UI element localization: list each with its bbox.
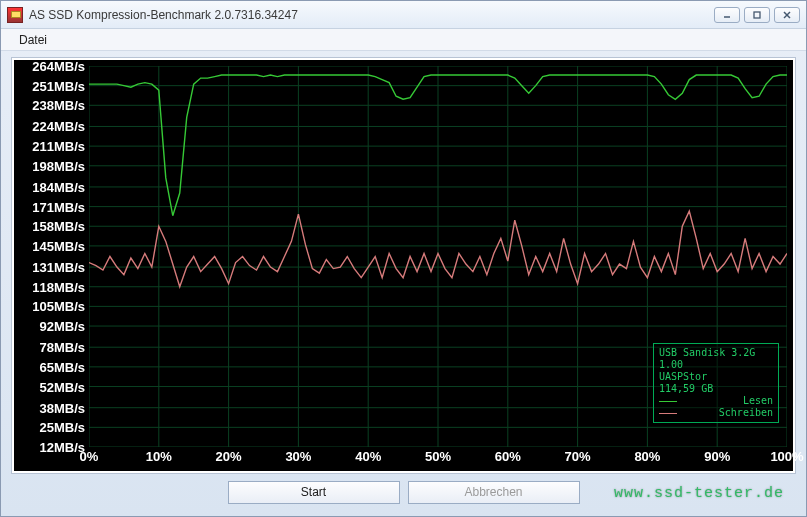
x-tick-label: 10% [146, 449, 172, 464]
x-tick-label: 50% [425, 449, 451, 464]
window-controls [714, 7, 800, 23]
y-tick-label: 251MB/s [32, 78, 85, 93]
legend-write: Schreiben [659, 407, 773, 419]
device-line-2: 1.00 [659, 359, 773, 371]
y-tick-label: 118MB/s [32, 279, 85, 294]
x-tick-label: 0% [80, 449, 99, 464]
y-axis-labels: 264MB/s251MB/s238MB/s224MB/s211MB/s198MB… [14, 66, 89, 447]
y-tick-label: 171MB/s [32, 199, 85, 214]
y-tick-label: 145MB/s [32, 238, 85, 253]
window-title: AS SSD Kompression-Benchmark 2.0.7316.34… [29, 8, 714, 22]
y-tick-label: 25MB/s [39, 420, 85, 435]
titlebar: AS SSD Kompression-Benchmark 2.0.7316.34… [1, 1, 806, 29]
device-line-3: UASPStor [659, 371, 773, 383]
close-button[interactable] [774, 7, 800, 23]
device-info-box: USB Sandisk 3.2G 1.00 UASPStor 114,59 GB… [653, 343, 779, 423]
y-tick-label: 105MB/s [32, 299, 85, 314]
x-tick-label: 80% [634, 449, 660, 464]
legend-write-swatch [659, 413, 677, 414]
y-tick-label: 158MB/s [32, 219, 85, 234]
chart-frame: 264MB/s251MB/s238MB/s224MB/s211MB/s198MB… [11, 57, 796, 474]
x-axis-labels: 0%10%20%30%40%50%60%70%80%90%100% [89, 449, 787, 469]
menu-file[interactable]: Datei [11, 31, 55, 49]
start-button[interactable]: Start [228, 481, 400, 504]
x-tick-label: 90% [704, 449, 730, 464]
y-tick-label: 224MB/s [32, 119, 85, 134]
chart: 264MB/s251MB/s238MB/s224MB/s211MB/s198MB… [14, 60, 793, 471]
x-tick-label: 70% [565, 449, 591, 464]
maximize-button[interactable] [744, 7, 770, 23]
y-tick-label: 198MB/s [32, 158, 85, 173]
x-tick-label: 60% [495, 449, 521, 464]
y-tick-label: 131MB/s [32, 260, 85, 275]
y-tick-label: 184MB/s [32, 179, 85, 194]
y-tick-label: 92MB/s [39, 319, 85, 334]
plot-area: USB Sandisk 3.2G 1.00 UASPStor 114,59 GB… [89, 66, 787, 447]
minimize-button[interactable] [714, 7, 740, 23]
x-tick-label: 30% [285, 449, 311, 464]
y-tick-label: 38MB/s [39, 400, 85, 415]
legend-read: Lesen [659, 395, 773, 407]
y-tick-label: 238MB/s [32, 98, 85, 113]
app-icon [7, 7, 23, 23]
svg-rect-1 [754, 12, 760, 18]
y-tick-label: 211MB/s [32, 139, 85, 154]
legend-read-swatch [659, 401, 677, 402]
device-line-4: 114,59 GB [659, 383, 773, 395]
content-area: 264MB/s251MB/s238MB/s224MB/s211MB/s198MB… [1, 51, 806, 516]
watermark: www.ssd-tester.de [614, 485, 784, 502]
cancel-button: Abbrechen [408, 481, 580, 504]
legend-read-label: Lesen [743, 395, 773, 406]
y-tick-label: 78MB/s [39, 340, 85, 355]
y-tick-label: 52MB/s [39, 379, 85, 394]
menubar: Datei [1, 29, 806, 51]
device-line-1: USB Sandisk 3.2G [659, 347, 773, 359]
app-window: AS SSD Kompression-Benchmark 2.0.7316.34… [0, 0, 807, 517]
y-tick-label: 12MB/s [39, 440, 85, 455]
x-tick-label: 20% [216, 449, 242, 464]
x-tick-label: 40% [355, 449, 381, 464]
y-tick-label: 264MB/s [32, 59, 85, 74]
x-tick-label: 100% [770, 449, 803, 464]
legend-write-label: Schreiben [719, 407, 773, 418]
y-tick-label: 65MB/s [39, 359, 85, 374]
button-row: Start Abbrechen www.ssd-tester.de [11, 474, 796, 510]
